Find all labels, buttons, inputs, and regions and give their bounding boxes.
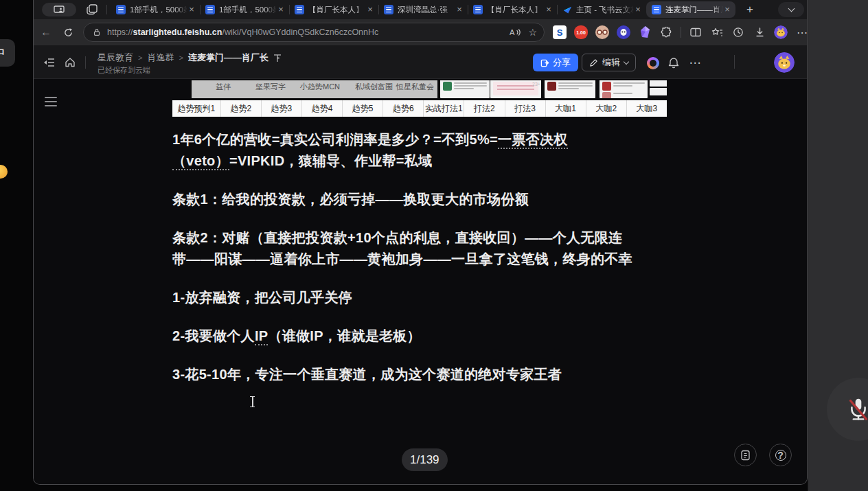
doc-paragraph: 1年6个亿的营收=真实公司利润率是多少？=不到5%=一票否决权（veto）=VI…	[172, 129, 667, 172]
collections-favorites-icon[interactable]	[710, 25, 724, 39]
doc-notes-button[interactable]	[734, 444, 757, 466]
table-tab-cell[interactable]: 趋势6	[383, 100, 424, 117]
image-views-label: 30+	[428, 82, 436, 87]
browser-tab[interactable]: 1部手机，5000好×	[111, 1, 200, 18]
notification-dot	[0, 165, 8, 179]
address-bar[interactable]: https://starlightedu.feishu.cn/wiki/VqH0…	[83, 23, 545, 42]
breadcrumb-item[interactable]: 肖逸群	[147, 52, 174, 64]
document-canvas[interactable]: 益伴坚果写字小趋势MCN私域创富圈恒星私董会 30+23+ 趋势预判1趋势2趋势…	[34, 79, 807, 485]
recording-status-label: 录制中	[0, 45, 5, 60]
notifications-bell-icon[interactable]	[666, 55, 681, 70]
table-tab-cell[interactable]: 大咖3	[627, 100, 667, 117]
split-screen-icon[interactable]	[689, 25, 703, 39]
tab-title: 深圳湾晶总·强	[398, 5, 455, 15]
table-tab-cell[interactable]: 趋势5	[343, 100, 383, 117]
text-line: 2-我要做个人IP（谁做IP，谁就是老板）	[172, 326, 667, 347]
screen-share-icon	[52, 5, 66, 14]
text-line: 条款2：对赌（直接把投资款+10个点的利息，直接收回）——个人无限连	[172, 227, 667, 249]
tab-strip: 1部手机，5000好×1部手机，5000好×【肖厂长本人】×深圳湾晶总·强×【肖…	[111, 1, 759, 18]
doc-outline-hamburger-icon[interactable]	[45, 97, 57, 106]
doc-favicon-icon	[473, 5, 483, 14]
wiki-node-icon[interactable]	[273, 54, 282, 62]
doc-table-row: 趋势预判1趋势2趋势3趋势4趋势5趋势6实战打法1打法2打法3大咖1大咖2大咖3	[172, 100, 667, 117]
image-gray-band: 益伴坚果写字小趋势MCN私域创富圈恒星私董会	[192, 80, 437, 98]
text-line: 带——阳谋——逼着你上市——黄袍加身——一旦拿了这笔钱，终身的不幸	[172, 249, 667, 270]
browser-tab-bar: 1部手机，5000好×1部手机，5000好×【肖厂长本人】×深圳湾晶总·强×【肖…	[34, 0, 807, 19]
read-aloud-icon[interactable]: A	[510, 27, 521, 37]
sidebar-toggle-icon[interactable]	[43, 58, 55, 67]
tab-close-icon[interactable]: ×	[634, 5, 642, 14]
table-tab-cell[interactable]: 大咖1	[546, 100, 586, 117]
lock-icon	[92, 27, 102, 37]
toolbar-divider	[681, 27, 681, 38]
home-icon[interactable]	[65, 57, 76, 67]
tab-close-icon[interactable]: ×	[545, 5, 553, 14]
browser-tab[interactable]: 1部手机，5000好×	[200, 1, 289, 18]
price-badge-extension-icon[interactable]: 1.00	[574, 25, 588, 39]
refresh-button[interactable]	[58, 19, 78, 45]
tab-sharing-indicator[interactable]	[42, 3, 76, 16]
image-link-card	[545, 80, 595, 98]
edit-button[interactable]: 编辑	[582, 54, 636, 71]
breadcrumb-item[interactable]: 连麦掌门——肖厂长	[188, 52, 269, 64]
s-extension-icon[interactable]: S	[553, 25, 567, 39]
text-segment: IP	[255, 328, 269, 345]
workspaces-icon[interactable]	[86, 3, 98, 16]
table-tab-cell[interactable]: 实战打法1	[424, 100, 464, 117]
embedded-image-cropped[interactable]: 益伴坚果写字小趋势MCN私域创富圈恒星私董会 30+23+	[172, 80, 667, 98]
table-tab-cell[interactable]: 趋势4	[302, 100, 343, 117]
text-line: 1年6个亿的营收=真实公司利润率是多少？=不到5%=一票否决权	[172, 129, 667, 150]
doc-favicon-icon	[295, 5, 304, 14]
browser-tab[interactable]: 连麦掌门——肖厂×	[646, 1, 735, 18]
tab-close-icon[interactable]: ×	[366, 5, 374, 14]
browser-tab[interactable]: 【肖厂长本人】×	[468, 1, 557, 18]
url-text: https://starlightedu.feishu.cn/wiki/VqH0…	[107, 27, 510, 37]
more-options-icon[interactable]: ⋯	[687, 55, 703, 70]
image-band-label: 私域创富圈	[355, 82, 393, 92]
browser-tab[interactable]: 深圳湾晶总·强×	[378, 1, 468, 18]
text-segment: 3-花5-10年，专注一个垂直赛道，成为这个赛道的绝对专家王者	[172, 367, 562, 382]
favorite-star-icon[interactable]: ☆	[528, 27, 537, 38]
help-button[interactable]: ?	[769, 444, 792, 466]
browser-tab[interactable]: 【肖厂长本人】×	[289, 1, 378, 18]
feishu-header: 星辰教育>肖逸群>连麦掌门——肖厂长 已经保存到云端 分享 编辑	[34, 45, 807, 79]
extensions-menu-icon[interactable]	[659, 25, 673, 39]
glasses-avatar-extension-icon[interactable]	[595, 25, 609, 39]
text-line: 1-放弃融资，把公司几乎关停	[172, 287, 667, 308]
tab-search-dropdown[interactable]	[778, 2, 804, 17]
ghost-face-extension-icon[interactable]	[617, 25, 630, 39]
tab-close-icon[interactable]: ×	[187, 5, 196, 14]
image-band-label: 坚果写字	[255, 82, 286, 92]
table-tab-cell[interactable]: 大咖2	[586, 100, 627, 117]
downloads-icon[interactable]	[753, 25, 766, 39]
table-tab-cell[interactable]: 打法3	[505, 100, 546, 117]
text-segment: =VIPKID，猿辅导、作业帮=私域	[229, 153, 432, 168]
new-tab-button[interactable]: +	[741, 1, 759, 18]
page-indicator: 1/139	[402, 448, 448, 471]
screen: 录制中 1部手机，5000好×1部手机，5000好×	[0, 0, 868, 491]
doc-paragraph: 1-放弃融资，把公司几乎关停	[172, 287, 667, 308]
crystal-extension-icon[interactable]	[638, 25, 652, 39]
table-tab-cell[interactable]: 趋势3	[262, 100, 302, 117]
doc-favicon-icon	[652, 5, 661, 14]
tab-close-icon[interactable]: ×	[455, 5, 464, 14]
browser-settings-icon[interactable]: ⋯	[795, 25, 808, 39]
profile-avatar[interactable]	[774, 25, 788, 39]
user-avatar[interactable]	[774, 52, 795, 73]
text-segment: （veto）	[172, 153, 229, 170]
browser-tab[interactable]: 主页 - 飞书云文档×	[557, 1, 646, 18]
table-tab-cell[interactable]: 趋势2	[221, 100, 262, 117]
table-tab-cell[interactable]: 趋势预判1	[172, 100, 221, 117]
history-icon[interactable]	[731, 25, 745, 39]
text-line: 条款1：给我的投资款，必须亏掉——换取更大的市场份额	[172, 189, 667, 210]
breadcrumb-item[interactable]: 星辰教育	[98, 52, 133, 64]
tab-close-icon[interactable]: ×	[277, 5, 285, 14]
table-tab-cell[interactable]: 打法2	[464, 100, 505, 117]
tab-close-icon[interactable]: ×	[723, 5, 731, 14]
back-button[interactable]: ←	[36, 19, 56, 45]
pencil-icon	[589, 58, 598, 67]
tab-title: 主页 - 飞书云文档	[576, 5, 634, 15]
doc-favicon-icon	[205, 5, 215, 14]
share-button[interactable]: 分享	[533, 54, 578, 71]
presence-ring-icon[interactable]	[647, 57, 659, 69]
